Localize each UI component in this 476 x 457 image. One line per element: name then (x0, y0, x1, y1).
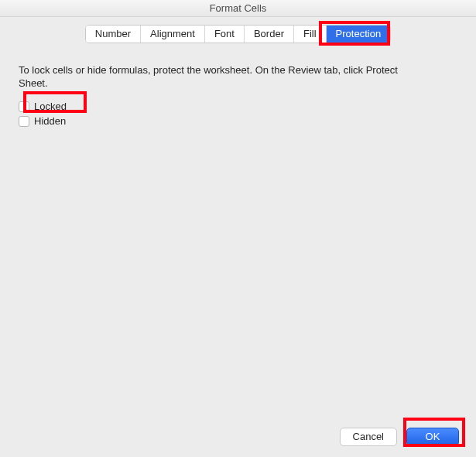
format-cells-dialog: Format Cells Number Alignment Font Borde… (0, 0, 476, 457)
protection-description: To lock cells or hide formulas, protect … (19, 63, 421, 90)
tab-alignment[interactable]: Alignment (141, 26, 205, 43)
tab-number[interactable]: Number (86, 26, 141, 43)
tab-bar: Number Alignment Font Border Fill Protec… (85, 25, 391, 43)
tab-bar-container: Number Alignment Font Border Fill Protec… (0, 17, 476, 49)
tab-content-protection: To lock cells or hide formulas, protect … (0, 49, 476, 457)
cancel-button[interactable]: Cancel (340, 428, 397, 446)
tab-font[interactable]: Font (205, 26, 245, 43)
dialog-footer: Cancel OK (340, 428, 459, 446)
locked-checkbox[interactable] (19, 101, 29, 112)
window-title: Format Cells (0, 0, 476, 17)
locked-label: Locked (34, 101, 67, 112)
tab-protection[interactable]: Protection (327, 26, 391, 43)
hidden-label: Hidden (34, 115, 66, 127)
hidden-checkbox[interactable] (19, 116, 29, 127)
locked-checkbox-row[interactable]: Locked (19, 101, 457, 112)
tab-border[interactable]: Border (245, 26, 294, 43)
tab-fill[interactable]: Fill (294, 26, 327, 43)
hidden-checkbox-row[interactable]: Hidden (19, 115, 457, 127)
ok-button[interactable]: OK (406, 428, 459, 446)
